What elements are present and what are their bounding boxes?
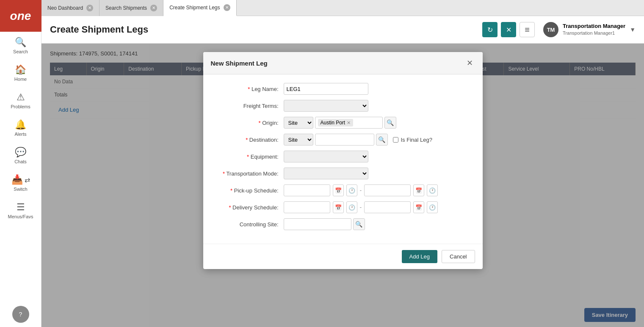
form-row-destination: * Destination: Site Port Address 🔍	[216, 134, 470, 146]
leg-name-label: * Leg Name:	[216, 86, 284, 92]
transportation-mode-select[interactable]	[284, 168, 368, 179]
origin-type-select[interactable]: Site Port Address	[284, 117, 313, 129]
destination-input-group: Site Port Address 🔍 Is Final Leg?	[284, 134, 432, 146]
user-name: Transportation Manager	[563, 22, 625, 30]
controlling-site-label: Controlling Site:	[216, 221, 284, 228]
chevron-down-icon[interactable]: ▼	[630, 26, 636, 33]
pickup-clock-icon: 🕐	[348, 187, 355, 194]
origin-search-button[interactable]: 🔍	[384, 117, 396, 129]
delivery-end-clock-icon: 🕐	[429, 204, 436, 211]
user-role: Transportation Manager1	[563, 30, 625, 36]
tab-close-create-shipment-legs[interactable]: ✕	[224, 4, 230, 11]
inbox-icon: 📥	[11, 174, 23, 185]
tab-close-search-shipments[interactable]: ✕	[150, 5, 157, 11]
delivery-end-calendar-icon: 📅	[415, 204, 422, 211]
main-area: Neo Dashboard ✕ Search Shipments ✕ Creat…	[41, 0, 644, 327]
search-icon: 🔍	[15, 37, 26, 48]
form-row-delivery-schedule: * Delivery Schedule: 📅 🕐 -	[216, 201, 470, 213]
dialog-body: * Leg Name: Freight Terms: Prepaid	[203, 74, 483, 244]
equipment-select[interactable]	[284, 151, 368, 162]
refresh-button[interactable]: ↻	[482, 22, 498, 37]
cancel-button[interactable]: Cancel	[442, 250, 475, 263]
delivery-end-clock-button[interactable]: 🕐	[427, 201, 438, 213]
add-leg-button[interactable]: Add Leg	[402, 250, 437, 263]
controlling-site-search-icon: 🔍	[355, 221, 362, 228]
dialog-close-button[interactable]: ✕	[465, 58, 475, 68]
sidebar-item-chats[interactable]: 💬 Chats	[0, 142, 41, 169]
pickup-end-calendar-button[interactable]: 📅	[413, 184, 424, 196]
delivery-date-end-input[interactable]	[364, 201, 411, 213]
dialog-header: New Shipment Leg ✕	[203, 52, 483, 74]
form-row-controlling-site: Controlling Site: 🔍	[216, 218, 470, 230]
menu-icon: ☰	[17, 202, 25, 213]
origin-input-group: Site Port Address Austin Port ✕	[284, 117, 396, 129]
tab-search-shipments[interactable]: Search Shipments ✕	[100, 0, 163, 16]
tab-create-shipment-legs[interactable]: Create Shipment Legs ✕	[163, 0, 236, 16]
pickup-end-calendar-icon: 📅	[415, 187, 422, 194]
destination-type-select[interactable]: Site Port Address	[284, 134, 313, 146]
controlling-site-group: 🔍	[284, 218, 365, 230]
close-page-button[interactable]: ✕	[501, 22, 516, 37]
sidebar-item-switch[interactable]: 📥 ⇄ Switch	[0, 169, 41, 197]
sidebar-item-alerts[interactable]: 🔔 Alerts	[0, 114, 41, 142]
controlling-site-input[interactable]	[284, 218, 351, 230]
form-row-equipment: * Equipment:	[216, 151, 470, 162]
pickup-date-end-input[interactable]	[364, 184, 411, 196]
tab-label: Search Shipments	[105, 5, 147, 11]
sidebar-item-label: Search	[13, 49, 28, 54]
page-title: Create Shipment Legs	[50, 24, 482, 35]
sidebar-item-problems[interactable]: ⚠ Problems	[0, 87, 41, 114]
pickup-clock-button[interactable]: 🕐	[346, 184, 357, 196]
warning-icon: ⚠	[17, 92, 25, 103]
delivery-dash: -	[360, 204, 362, 211]
freight-terms-select[interactable]: Prepaid Collect Third Party	[284, 100, 368, 112]
sidebar-item-menus[interactable]: ☰ Menus/Favs	[0, 197, 41, 224]
sidebar-bottom: ?	[12, 306, 29, 327]
destination-search-button[interactable]: 🔍	[376, 134, 388, 146]
sidebar-item-home[interactable]: 🏠 Home	[0, 59, 41, 87]
menu-button[interactable]: ≡	[520, 22, 535, 37]
leg-name-input[interactable]	[284, 83, 368, 95]
destination-input[interactable]	[315, 134, 374, 146]
delivery-end-calendar-button[interactable]: 📅	[413, 201, 424, 213]
home-icon: 🏠	[15, 64, 26, 75]
destination-search-icon: 🔍	[378, 136, 385, 143]
is-final-leg-checkbox[interactable]	[393, 137, 398, 143]
tab-close-neo-dashboard[interactable]: ✕	[86, 5, 93, 11]
tab-neo-dashboard[interactable]: Neo Dashboard ✕	[41, 0, 100, 16]
delivery-date-input[interactable]	[284, 201, 330, 213]
origin-tag-remove[interactable]: ✕	[347, 120, 351, 126]
origin-tag: Austin Port ✕	[318, 119, 354, 126]
pickup-end-clock-button[interactable]: 🕐	[427, 184, 438, 196]
app-logo[interactable]: one	[0, 0, 41, 32]
transportation-mode-label: * Transportation Mode:	[216, 170, 284, 177]
origin-label: * Origin:	[216, 120, 284, 126]
form-row-origin: * Origin: Site Port Address Aust	[216, 117, 470, 129]
user-avatar: TM	[543, 22, 558, 37]
sidebar-item-label: Problems	[11, 104, 30, 109]
origin-search-icon: 🔍	[387, 119, 394, 126]
pickup-schedule-label: * Pick-up Schedule:	[216, 187, 284, 194]
dialog-title: New Shipment Leg	[211, 60, 268, 67]
new-shipment-leg-dialog: New Shipment Leg ✕ * Leg Name:	[203, 52, 483, 269]
delivery-clock-button[interactable]: 🕐	[346, 201, 357, 213]
switch-icon: ⇄	[25, 176, 30, 184]
user-avatar-small[interactable]: ?	[12, 306, 29, 323]
hamburger-icon: ≡	[525, 25, 530, 35]
content-area: Shipments: 174975, S0001, 174141 Leg Ori…	[41, 44, 644, 327]
equipment-label: * Equipment:	[216, 154, 284, 160]
controlling-site-search-button[interactable]: 🔍	[353, 218, 365, 230]
delivery-schedule-label: * Delivery Schedule:	[216, 204, 284, 211]
sidebar-item-search[interactable]: 🔍 Search	[0, 32, 41, 59]
bell-icon: 🔔	[15, 119, 26, 130]
dialog-footer: Add Leg Cancel	[203, 244, 483, 269]
tabs-bar: Neo Dashboard ✕ Search Shipments ✕ Creat…	[41, 0, 644, 16]
origin-tag-input[interactable]: Austin Port ✕	[315, 117, 383, 129]
pickup-date-input[interactable]	[284, 184, 330, 196]
page-header: Create Shipment Legs ↻ ✕ ≡ TM Transporta…	[41, 16, 644, 44]
chat-icon: 💬	[15, 147, 26, 158]
user-info: TM Transportation Manager Transportation…	[543, 22, 636, 37]
freight-terms-label: Freight Terms:	[216, 103, 284, 109]
pickup-calendar-button[interactable]: 📅	[333, 184, 344, 196]
delivery-calendar-button[interactable]: 📅	[333, 201, 344, 213]
